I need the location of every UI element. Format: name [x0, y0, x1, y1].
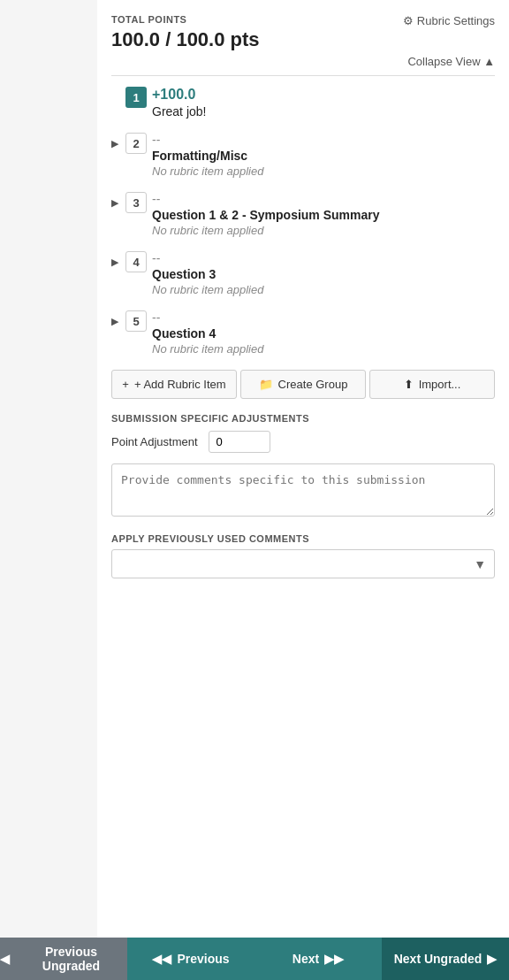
rubric-score-1: +100.0: [152, 87, 495, 103]
rubric-title-1: Great job!: [152, 104, 495, 119]
gear-icon: [403, 14, 414, 27]
total-points-value: 100.0 / 100.0 pts: [111, 28, 260, 51]
rubric-item-number-5[interactable]: 5: [125, 310, 147, 332]
chevron-left-icon-2: ◀◀: [152, 952, 171, 966]
no-rubric-5: No rubric item applied: [152, 342, 495, 356]
comments-textarea[interactable]: [111, 463, 495, 517]
rubric-title-2: Formatting/Misc: [152, 149, 495, 163]
point-adjustment-label: Point Adjustment: [111, 435, 198, 448]
next-ungraded-button[interactable]: Next Ungraded ▶: [382, 938, 509, 980]
rubric-item-number-3[interactable]: 3: [125, 192, 147, 213]
rubric-item-number-4[interactable]: 4: [125, 251, 147, 272]
create-group-button[interactable]: 📁 Create Group: [240, 370, 366, 399]
rubric-title-3: Question 1 & 2 - Symposium Summary: [152, 208, 495, 222]
rubric-item-2: ▶ 2 -- Formatting/Misc No rubric item ap…: [111, 133, 495, 178]
total-points-label: TOTAL POINTS: [111, 14, 260, 25]
expand-arrow-2[interactable]: ▶: [111, 138, 125, 149]
rubric-dash-2: --: [152, 133, 495, 147]
bottom-nav: ◀ Previous Ungraded ◀◀ Previous Next ▶▶ …: [0, 938, 509, 980]
action-buttons-row: + + Add Rubric Item 📁 Create Group ⬆ Imp…: [111, 370, 495, 399]
chevron-right-icon-2: ▶: [487, 952, 497, 966]
submission-adjustments-label: SUBMISSION SPECIFIC ADJUSTMENTS: [111, 413, 495, 424]
point-adjustment-input[interactable]: [209, 431, 270, 453]
apply-comments-label: APPLY PREVIOUSLY USED COMMENTS: [111, 533, 495, 544]
plus-icon: +: [122, 378, 129, 391]
import-button[interactable]: ⬆ Import...: [369, 370, 495, 399]
upload-icon: ⬆: [404, 378, 414, 391]
apply-comments-dropdown[interactable]: [111, 549, 495, 578]
expand-arrow-3[interactable]: ▶: [111, 197, 125, 209]
chevron-right-icon-1: ▶▶: [324, 952, 344, 966]
expand-arrow-4[interactable]: ▶: [111, 256, 125, 268]
no-rubric-2: No rubric item applied: [152, 165, 495, 178]
no-rubric-3: No rubric item applied: [152, 224, 495, 237]
rubric-item-1: 1 +100.0 Great job!: [111, 87, 495, 119]
rubric-dash-3: --: [152, 192, 495, 206]
no-rubric-4: No rubric item applied: [152, 283, 495, 296]
previous-ungraded-button[interactable]: ◀ Previous Ungraded: [0, 938, 127, 980]
add-rubric-item-button[interactable]: + + Add Rubric Item: [111, 370, 237, 399]
rubric-item-4: ▶ 4 -- Question 3 No rubric item applied: [111, 251, 495, 296]
rubric-item-number-2[interactable]: 2: [125, 133, 147, 154]
rubric-dash-5: --: [152, 310, 495, 325]
previous-button[interactable]: ◀◀ Previous: [127, 938, 254, 980]
rubric-title-5: Question 4: [152, 326, 495, 341]
expand-arrow-5[interactable]: ▶: [111, 316, 125, 327]
rubric-item-3: ▶ 3 -- Question 1 & 2 - Symposium Summar…: [111, 192, 495, 237]
rubric-item-number-1[interactable]: 1: [125, 87, 147, 108]
folder-icon: 📁: [259, 378, 273, 391]
rubric-title-4: Question 3: [152, 267, 495, 281]
apply-comments-dropdown-wrapper: ▼: [111, 549, 495, 578]
collapse-view-button[interactable]: Collapse View ▲: [111, 55, 495, 68]
rubric-dash-4: --: [152, 251, 495, 265]
next-button[interactable]: Next ▶▶: [254, 938, 382, 980]
rubric-settings-link[interactable]: Rubric Settings: [403, 14, 495, 27]
chevron-left-icon-1: ◀: [0, 952, 10, 966]
point-adjustment-row: Point Adjustment: [111, 431, 495, 453]
rubric-item-5: ▶ 5 -- Question 4 No rubric item applied: [111, 310, 495, 356]
